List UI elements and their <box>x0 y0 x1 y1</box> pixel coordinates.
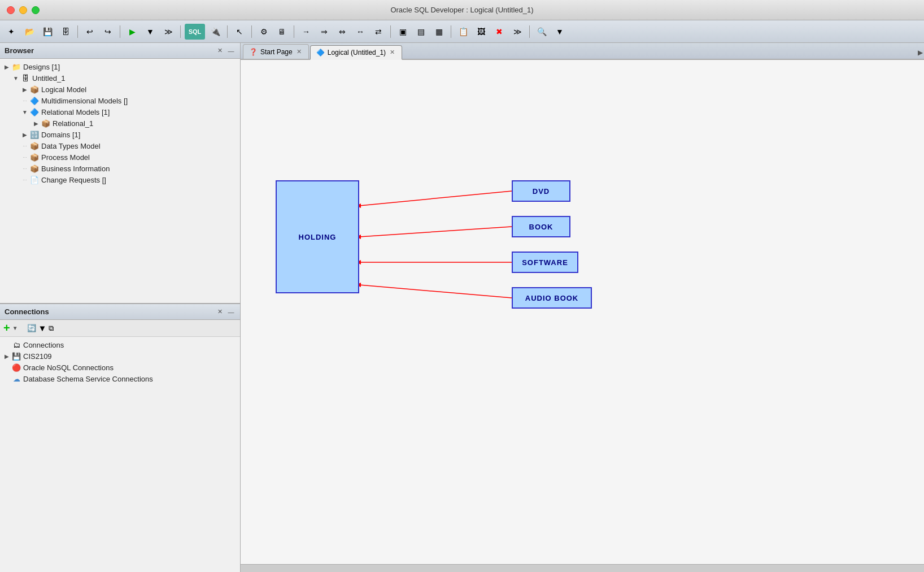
maximize-button[interactable] <box>32 6 40 14</box>
tree-item-datatypes[interactable]: ··· 📦 Data Types Model <box>0 140 240 151</box>
db-icon-untitled1: 🗄 <box>20 73 30 83</box>
cursor-tool[interactable]: ↖ <box>232 24 247 40</box>
connections-close-icon[interactable]: ✕ <box>215 307 224 317</box>
erd-arrows-svg <box>241 60 924 564</box>
sep3 <box>180 25 181 38</box>
tab-start-page[interactable]: ❓ Start Page ✕ <box>243 44 309 59</box>
tree-item-nosql[interactable]: 🔴 Oracle NoSQL Connections <box>0 362 240 373</box>
tree-item-business-info[interactable]: ··· 📦 Business Information <box>0 163 240 174</box>
close-red-button[interactable]: ✖ <box>491 24 507 40</box>
entity-audiobook-label: AUDIO BOOK <box>525 294 579 302</box>
run-button[interactable]: ▶ <box>124 24 140 40</box>
label-cis2109: CIS2109 <box>23 352 52 361</box>
window-controls <box>7 6 40 14</box>
window-tile1[interactable]: ▣ <box>395 24 411 40</box>
entity-dvd[interactable]: DVD <box>512 180 570 202</box>
entity-software-label: SOFTWARE <box>522 258 568 267</box>
expander-datatypes[interactable]: ··· <box>20 141 29 150</box>
expander-cis2109[interactable]: ▶ <box>2 352 11 361</box>
tab-start-page-label: Start Page <box>260 48 293 56</box>
icon-domains: 🔡 <box>29 129 40 140</box>
canvas-scrollbar-x[interactable] <box>241 564 924 572</box>
nav-refresh[interactable]: ⇄ <box>371 24 386 40</box>
expander-change-requests[interactable]: ··· <box>20 175 29 184</box>
screenshot-button[interactable]: 🖼 <box>473 24 489 40</box>
view-button[interactable]: 🖥 <box>274 24 290 40</box>
tree-item-connections-folder[interactable]: 🗂 Connections <box>0 339 240 350</box>
nav-both[interactable]: ⇔ <box>334 24 350 40</box>
browser-minimize-icon[interactable]: — <box>226 46 236 55</box>
open-file-button[interactable]: 📂 <box>21 24 37 40</box>
tree-item-relational1[interactable]: ▶ 📦 Relational_1 <box>0 118 240 129</box>
undo-button[interactable]: ↩ <box>82 24 98 40</box>
tree-item-untitled1[interactable]: ▼ 🗄 Untitled_1 <box>0 72 240 84</box>
entity-holding[interactable]: HOLDING <box>276 180 359 293</box>
zoom-dropdown-button[interactable]: ▼ <box>552 24 568 40</box>
more-actions-button[interactable]: ≫ <box>509 24 525 40</box>
nav-fast-forward[interactable]: ⇒ <box>316 24 332 40</box>
diagram-canvas[interactable]: HOLDING DVD BOOK SOFTWARE AUDIO BOOK <box>241 60 924 564</box>
icon-process: 📦 <box>29 152 40 162</box>
connections-title: Connections <box>5 307 49 316</box>
refresh-connections-button[interactable]: 🔄 <box>27 324 36 332</box>
minimize-button[interactable] <box>19 6 27 14</box>
tab-start-page-close[interactable]: ✕ <box>295 48 303 55</box>
redo-button[interactable]: ↪ <box>100 24 116 40</box>
new-note-button[interactable]: 📋 <box>455 24 471 40</box>
expander-domains[interactable]: ▶ <box>20 130 29 139</box>
entity-audiobook[interactable]: AUDIO BOOK <box>512 287 592 309</box>
connections-section: Connections ✕ — + ▼ 🔄 ▼ ⧉ 🗂 Conn <box>0 303 240 572</box>
label-nosql: Oracle NoSQL Connections <box>23 363 114 372</box>
expander-designs[interactable]: ▶ <box>2 62 11 71</box>
expander-multidim[interactable]: ··· <box>20 96 29 105</box>
expander-process[interactable]: ··· <box>20 153 29 162</box>
label-relational: Relational Models [1] <box>41 108 110 116</box>
zoom-button[interactable]: 🔍 <box>534 24 550 40</box>
add-connection-dropdown[interactable]: ▼ <box>12 325 18 331</box>
schema-connections-button[interactable]: ⧉ <box>49 324 54 333</box>
sql-run-button[interactable]: SQL <box>185 24 205 40</box>
expander-connections-folder[interactable] <box>2 340 11 349</box>
browser-close-icon[interactable]: ✕ <box>215 46 224 55</box>
tab-logical[interactable]: 🔷 Logical (Untitled_1) ✕ <box>310 45 402 60</box>
save-button[interactable]: 💾 <box>40 24 55 40</box>
window-tile3[interactable]: ▦ <box>431 24 447 40</box>
expander-schema-service[interactable] <box>2 374 11 383</box>
tree-item-schema-service[interactable]: ☁ Database Schema Service Connections <box>0 373 240 384</box>
settings-button[interactable]: ⚙ <box>256 24 272 40</box>
close-button[interactable] <box>7 6 15 14</box>
expander-business-info[interactable]: ··· <box>20 164 29 173</box>
more-button[interactable]: ≫ <box>160 24 176 40</box>
expander-relational1[interactable]: ▶ <box>32 119 41 128</box>
tree-item-domains[interactable]: ▶ 🔡 Domains [1] <box>0 129 240 140</box>
cis2109-icon: 💾 <box>11 351 21 361</box>
expander-untitled1[interactable]: ▼ <box>11 73 20 83</box>
tab-logical-label: Logical (Untitled_1) <box>328 49 386 57</box>
tab-start-page-icon: ❓ <box>249 48 258 56</box>
tab-logical-close[interactable]: ✕ <box>389 49 396 56</box>
tree-item-change-requests[interactable]: ··· 📄 Change Requests [] <box>0 174 240 185</box>
connections-minimize-icon[interactable]: — <box>226 307 236 317</box>
tree-item-cis2109[interactable]: ▶ 💾 CIS2109 <box>0 350 240 362</box>
tree-item-logical-model[interactable]: ▶ 📦 Logical Model <box>0 84 240 95</box>
expander-nosql[interactable] <box>2 363 11 372</box>
expander-relational[interactable]: ▼ <box>20 107 29 116</box>
tab-scroll-right[interactable]: ▶ <box>918 49 923 57</box>
save-all-button[interactable]: 🗄 <box>58 24 73 40</box>
nav-exchange[interactable]: ↔ <box>352 24 368 40</box>
tree-item-relational[interactable]: ▼ 🔷 Relational Models [1] <box>0 106 240 118</box>
tree-item-multidim[interactable]: ··· 🔷 Multidimensional Models [] <box>0 95 240 106</box>
tree-item-designs[interactable]: ▶ 📁 Designs [1] <box>0 61 240 72</box>
filter-connections-button[interactable]: ▼ <box>38 323 47 333</box>
expander-logical-model[interactable]: ▶ <box>20 85 29 94</box>
entity-software[interactable]: SOFTWARE <box>512 252 578 273</box>
add-connection-button[interactable]: + <box>3 322 10 335</box>
entity-book[interactable]: BOOK <box>512 216 570 237</box>
label-process: Process Model <box>41 153 90 162</box>
dropdown-button[interactable]: ▼ <box>142 24 158 40</box>
connect-button[interactable]: 🔌 <box>207 24 223 40</box>
window-tile2[interactable]: ▤ <box>413 24 429 40</box>
nav-forward[interactable]: → <box>298 24 314 40</box>
tree-item-process[interactable]: ··· 📦 Process Model <box>0 151 240 163</box>
new-file-button[interactable]: ✦ <box>3 24 19 40</box>
